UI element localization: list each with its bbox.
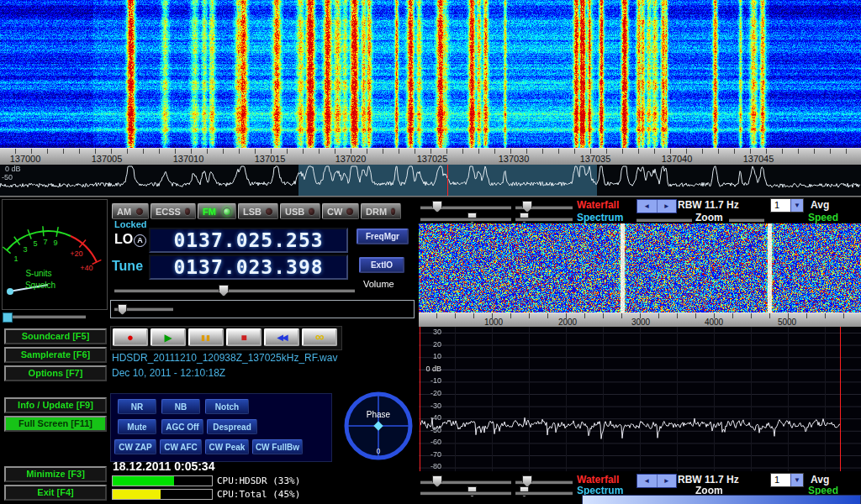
exit-button[interactable]: Exit [F4] bbox=[4, 485, 107, 501]
freq-tick: 137035 bbox=[574, 154, 616, 164]
avg-dropdown-value: 1 bbox=[771, 199, 790, 212]
cw-peak-button[interactable]: CW Peak bbox=[205, 439, 249, 454]
lock-a-badge[interactable]: A bbox=[134, 234, 146, 247]
waterfall2-speed-spinner[interactable]: ◄ ► bbox=[637, 474, 677, 488]
cw-afc-button[interactable]: CW AFC bbox=[160, 439, 202, 454]
status-datetime: 18.12.2011 0:05:34 bbox=[113, 459, 214, 473]
mode-ecss[interactable]: ECSS bbox=[151, 203, 196, 219]
freq-tick: 137025 bbox=[411, 154, 453, 164]
rbw-label: RBW 11.7 Hz bbox=[678, 199, 739, 211]
cw-fullbw-button[interactable]: CW FullBw bbox=[252, 439, 303, 454]
loop-icon: ∞ bbox=[315, 329, 325, 344]
zoom-track-right[interactable] bbox=[729, 218, 764, 223]
tune-frequency-display[interactable]: 0137.023.398 bbox=[149, 255, 348, 280]
spec-brightness-track[interactable] bbox=[420, 218, 511, 222]
stop-button[interactable]: ■ bbox=[226, 328, 261, 346]
freq-tick: 137020 bbox=[330, 154, 372, 164]
waterfall-label: Waterfall bbox=[577, 199, 619, 211]
waterfall-label-bottom: Waterfall bbox=[577, 474, 619, 486]
rbw-label-bottom: RBW 11.7 Hz bbox=[678, 474, 739, 486]
extio-button[interactable]: ExtIO bbox=[359, 257, 404, 273]
spin-right-icon[interactable]: ► bbox=[658, 200, 677, 213]
spec2-contrast-track[interactable] bbox=[515, 491, 573, 496]
cpu-hdsdr-fill bbox=[113, 476, 174, 486]
wf2-brightness-thumb[interactable] bbox=[432, 475, 442, 487]
avg-dropdown-value: 1 bbox=[771, 474, 790, 486]
freq-tick: 137030 bbox=[493, 154, 535, 164]
mode-fm[interactable]: FM bbox=[198, 203, 236, 219]
bandwidth-slider-frame[interactable] bbox=[110, 300, 415, 318]
db-tick: -30 bbox=[420, 402, 441, 410]
db-tick: -50 bbox=[420, 426, 441, 434]
dropdown-arrow-icon[interactable]: ▼ bbox=[790, 199, 803, 212]
loop-button[interactable]: ∞ bbox=[302, 328, 337, 346]
db-tick: 20 bbox=[420, 340, 441, 349]
volume-slider-thumb[interactable] bbox=[219, 285, 229, 297]
fullscreen-button[interactable]: Full Screen [F11] bbox=[4, 416, 107, 432]
avg-dropdown-bottom[interactable]: 1 ▼ bbox=[770, 473, 804, 487]
spectrum-db-zero-label: 0 dB bbox=[5, 165, 21, 173]
cw-zap-button[interactable]: CW ZAP bbox=[114, 439, 156, 454]
minimize-button[interactable]: Minimize [F3] bbox=[4, 466, 107, 482]
squelch-slider-track[interactable] bbox=[12, 315, 86, 319]
af-scale-tick: 3000 bbox=[622, 318, 659, 327]
spin-left-icon[interactable]: ◄ bbox=[637, 200, 658, 213]
zoom-track-left[interactable] bbox=[637, 218, 692, 223]
soundcard-button[interactable]: Soundcard [F5] bbox=[4, 328, 107, 344]
phase-dial: Phase 0 bbox=[341, 385, 415, 464]
wf2-contrast-thumb[interactable] bbox=[522, 475, 532, 487]
mode-cw[interactable]: CW bbox=[322, 203, 359, 219]
notch-button[interactable]: Notch bbox=[205, 399, 249, 414]
mode-usb[interactable]: USB bbox=[280, 203, 320, 219]
af-scale-tick: 4000 bbox=[695, 318, 732, 327]
rewind-button[interactable]: ◀◀ bbox=[264, 328, 299, 346]
wf-brightness-thumb[interactable] bbox=[432, 201, 442, 213]
play-button[interactable]: ▶ bbox=[151, 328, 186, 346]
db-tick: -20 bbox=[420, 389, 441, 397]
bandwidth-slider-thumb[interactable] bbox=[118, 304, 127, 315]
avg-dropdown[interactable]: 1 ▼ bbox=[770, 198, 804, 213]
s-meter-tick-label: 3 bbox=[23, 245, 27, 254]
main-frequency-scale[interactable]: 137000 137005 137010 137015 137020 13702… bbox=[0, 148, 861, 166]
s-meter: 1 3 5 7 9 +20 +40 S-units Squelch bbox=[2, 199, 108, 310]
freqmgr-button[interactable]: FreqMgr bbox=[357, 228, 409, 244]
despread-button[interactable]: Despread bbox=[207, 419, 257, 434]
nr-button[interactable]: NR bbox=[118, 399, 156, 414]
spec-contrast-track[interactable] bbox=[515, 218, 573, 222]
options-button[interactable]: Options [F7] bbox=[4, 365, 107, 381]
mode-am[interactable]: AM bbox=[112, 203, 149, 219]
cpu-total-fill bbox=[113, 490, 161, 499]
squelch-slider-thumb[interactable] bbox=[3, 312, 13, 323]
s-meter-tick-label: +40 bbox=[80, 264, 92, 272]
af-spectrum[interactable] bbox=[419, 327, 861, 471]
samplerate-button[interactable]: Samplerate [F6] bbox=[4, 347, 107, 363]
lo-frequency-display[interactable]: 0137.025.253 bbox=[149, 228, 348, 253]
led-icon bbox=[135, 207, 144, 216]
dropdown-arrow-icon[interactable]: ▼ bbox=[790, 474, 803, 486]
main-spectrum[interactable] bbox=[0, 165, 861, 196]
db-tick: 30 bbox=[420, 328, 441, 336]
s-meter-tick-label: 5 bbox=[33, 239, 37, 248]
nb-button[interactable]: NB bbox=[161, 399, 200, 414]
info-update-button[interactable]: Info / Update [F9] bbox=[4, 397, 107, 413]
record-button[interactable]: ● bbox=[113, 328, 148, 346]
af-waterfall[interactable] bbox=[419, 223, 861, 312]
volume-slider-track[interactable] bbox=[114, 289, 355, 293]
spin-left-icon[interactable]: ◄ bbox=[637, 475, 658, 487]
af-scale-tick: 2000 bbox=[549, 318, 586, 327]
pause-button[interactable]: ▮▮ bbox=[188, 328, 224, 346]
agc-button[interactable]: AGC Off bbox=[161, 419, 203, 434]
mode-drm[interactable]: DRM bbox=[361, 203, 401, 219]
spec2-brightness-track[interactable] bbox=[420, 491, 511, 496]
led-icon bbox=[390, 207, 396, 216]
wf-contrast-thumb[interactable] bbox=[522, 201, 532, 213]
mute-button[interactable]: Mute bbox=[118, 419, 156, 434]
main-waterfall[interactable] bbox=[0, 0, 861, 148]
stop-icon: ■ bbox=[240, 332, 246, 344]
cpu-hdsdr-text: CPU:HDSDR (33%) bbox=[217, 475, 300, 486]
spin-right-icon[interactable]: ► bbox=[658, 475, 677, 487]
db-tick: -70 bbox=[420, 450, 441, 459]
mode-lsb[interactable]: LSB bbox=[238, 203, 278, 219]
waterfall-speed-spinner[interactable]: ◄ ► bbox=[637, 199, 677, 213]
led-icon bbox=[184, 207, 191, 216]
